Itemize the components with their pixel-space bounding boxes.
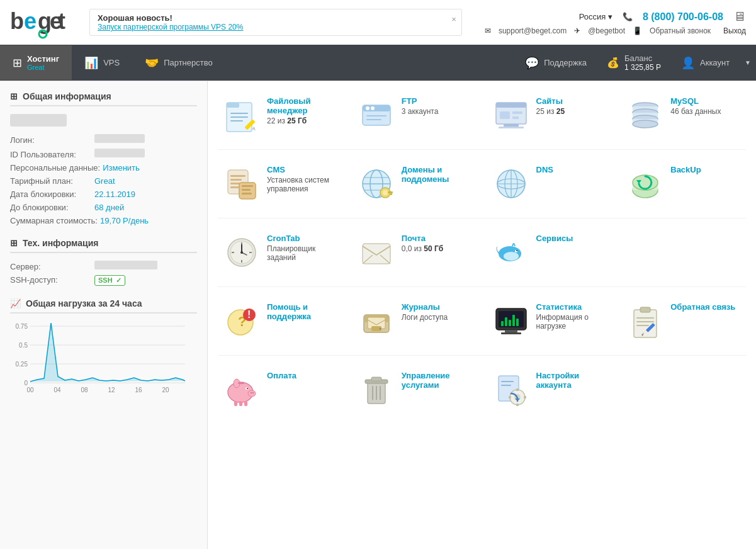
nav-hosting-label: Хостинг bbox=[27, 54, 59, 64]
mysql-icon bbox=[626, 96, 664, 134]
support-email-link[interactable]: support@beget.com bbox=[499, 26, 567, 35]
blockdate-value: 22.11.2019 bbox=[94, 190, 135, 199]
content-item-domains[interactable]: Домены и поддомены bbox=[353, 160, 477, 208]
services-title[interactable]: Сервисы bbox=[536, 234, 573, 243]
content-item-sites[interactable]: Сайты 25 из 25 bbox=[487, 91, 612, 139]
notification-link[interactable]: Запуск партнерской программы VPS 20% bbox=[98, 23, 454, 31]
content-section-2: CronTab Планировщик заданий bbox=[218, 229, 746, 287]
ssh-badge[interactable]: SSH ✓ bbox=[94, 275, 125, 286]
content-item-support[interactable]: ? ! Помощь и поддержка bbox=[218, 297, 342, 345]
sidebar-row-cost: Суммарная стоимость: 19,70 Р/день bbox=[10, 216, 197, 225]
svg-rect-39 bbox=[512, 116, 519, 119]
svg-rect-133 bbox=[501, 381, 514, 382]
mail-title[interactable]: Почта bbox=[402, 234, 443, 243]
ftp-title[interactable]: FTP bbox=[402, 96, 439, 106]
svg-rect-134 bbox=[501, 385, 511, 386]
content-item-ftp[interactable]: FTP 3 аккаунта bbox=[353, 91, 477, 139]
mysql-title[interactable]: MySQL bbox=[670, 96, 721, 106]
content-item-mail[interactable]: Почта 0,0 из 50 Гб bbox=[353, 229, 477, 276]
content-section-3: ? ! Помощь и поддержка bbox=[218, 297, 746, 356]
tariff-value[interactable]: Great bbox=[94, 176, 115, 186]
nav-balance-label: Баланс bbox=[624, 54, 661, 63]
tech-title: Тех. информация bbox=[23, 238, 98, 248]
notification-bar: Хорошая новость! Запуск партнерской прог… bbox=[89, 9, 462, 36]
telegram-link[interactable]: @begetbot bbox=[588, 26, 625, 35]
sidebar-section-tech: ⊞ Тех. информация bbox=[10, 238, 197, 253]
content-item-mysql[interactable]: MySQL 46 баз данных bbox=[621, 91, 746, 139]
nav-item-balance[interactable]: 💰 Баланс 1 325,85 Р bbox=[597, 45, 671, 81]
content-item-settings[interactable]: Настройки аккаунта bbox=[487, 366, 612, 414]
svg-rect-110 bbox=[636, 317, 654, 319]
content-item-backup[interactable]: BackUp bbox=[621, 160, 746, 208]
backup-title[interactable]: BackUp bbox=[670, 165, 701, 174]
content-item-cms[interactable]: CMS Установка систем управления bbox=[218, 160, 342, 208]
payment-info: Оплата bbox=[267, 371, 296, 382]
balance-icon: 💰 bbox=[607, 57, 619, 69]
feedback-title[interactable]: Обратная связь bbox=[670, 302, 735, 312]
journals-title[interactable]: Журналы bbox=[402, 302, 448, 312]
svg-point-46 bbox=[633, 120, 658, 128]
content-item-manage[interactable]: Управление услугами bbox=[353, 366, 477, 414]
content-item-services[interactable]: Сервисы bbox=[487, 229, 612, 276]
payment-title[interactable]: Оплата bbox=[267, 371, 296, 380]
server-value bbox=[94, 261, 157, 269]
settings-title[interactable]: Настройки аккаунта bbox=[536, 371, 607, 390]
content-item-journals[interactable]: Журналы Логи доступа bbox=[353, 297, 477, 345]
nav-item-support[interactable]: 💬 Поддержка bbox=[515, 47, 597, 79]
content-item-dns[interactable]: DNS bbox=[487, 160, 612, 208]
sites-title[interactable]: Сайты bbox=[536, 96, 565, 106]
svg-rect-54 bbox=[242, 189, 251, 191]
stats-desc: Информация о нагрузке bbox=[536, 313, 607, 331]
callback-link[interactable]: Обратный звонок bbox=[650, 26, 711, 35]
close-icon[interactable]: × bbox=[451, 14, 456, 24]
nav-item-partnership[interactable]: 🤝 Партнерство bbox=[132, 47, 225, 79]
cms-title[interactable]: CMS bbox=[267, 165, 337, 174]
content-item-payment[interactable]: Оплата bbox=[218, 366, 342, 414]
domains-title[interactable]: Домены и поддомены bbox=[402, 165, 472, 184]
main-nav: ⊞ Хостинг Great 📊 VPS 🤝 Партнерство 💬 По… bbox=[0, 45, 756, 81]
crontab-icon bbox=[223, 234, 261, 271]
content-item-crontab[interactable]: CronTab Планировщик заданий bbox=[218, 229, 342, 276]
content-item-file-manager[interactable]: Файловый менеджер 22 из 25 Гб bbox=[218, 91, 342, 139]
svg-rect-49 bbox=[230, 179, 242, 181]
crontab-title[interactable]: CronTab bbox=[267, 234, 337, 243]
personal-value[interactable]: Изменить bbox=[103, 163, 140, 173]
svg-text:20: 20 bbox=[162, 387, 169, 393]
support-title[interactable]: Помощь и поддержка bbox=[267, 302, 337, 321]
dns-title[interactable]: DNS bbox=[536, 165, 553, 174]
region-selector[interactable]: Россия ▾ bbox=[579, 12, 612, 21]
manage-title[interactable]: Управление услугами bbox=[402, 371, 472, 390]
nav-item-vps[interactable]: 📊 VPS bbox=[72, 47, 132, 79]
svg-text:0: 0 bbox=[24, 380, 28, 387]
svg-rect-34 bbox=[496, 103, 526, 108]
svg-point-89 bbox=[516, 250, 517, 251]
user-avatar bbox=[10, 114, 67, 127]
file-manager-title[interactable]: Файловый менеджер bbox=[267, 96, 337, 115]
svg-rect-139 bbox=[509, 396, 511, 399]
dns-icon bbox=[492, 165, 530, 203]
svg-rect-32 bbox=[366, 119, 381, 120]
header-links: ✉ support@beget.com ✈ @begetbot 📱 Обратн… bbox=[485, 26, 746, 35]
sidebar-row-tariff: Тарифный план: Great bbox=[10, 176, 197, 186]
chart-svg: 0.75 0.5 0.25 0 00 04 08 12 16 20 bbox=[10, 321, 186, 397]
sidebar: ⊞ Общая информация Логин: ID Пользовател… bbox=[0, 81, 208, 549]
svg-rect-109 bbox=[640, 307, 650, 312]
journals-info: Журналы Логи доступа bbox=[402, 302, 448, 322]
nav-dropdown-arrow[interactable]: ▼ bbox=[740, 54, 756, 71]
nav-item-hosting[interactable]: ⊞ Хостинг Great bbox=[0, 45, 72, 80]
nav-item-account[interactable]: 👤 Аккаунт bbox=[671, 47, 740, 79]
stats-title[interactable]: Статистика bbox=[536, 302, 607, 312]
svg-rect-31 bbox=[366, 115, 386, 116]
content-item-stats[interactable]: Статистика Информация о нагрузке bbox=[487, 297, 612, 345]
sites-desc: 25 из 25 bbox=[536, 107, 565, 116]
logo[interactable]: b e g e t bbox=[10, 5, 67, 40]
userid-label: ID Пользователя: bbox=[10, 150, 92, 159]
exit-link[interactable]: Выход bbox=[723, 26, 746, 35]
svg-rect-51 bbox=[230, 186, 239, 188]
general-info-icon: ⊞ bbox=[10, 91, 18, 101]
cost-value: 19,70 Р/день bbox=[100, 216, 149, 225]
content-section-0: Файловый менеджер 22 из 25 Гб bbox=[218, 91, 746, 150]
content-item-feedback[interactable]: Обратная связь bbox=[621, 297, 746, 345]
svg-rect-101 bbox=[505, 330, 517, 332]
mail-icon bbox=[358, 234, 395, 271]
